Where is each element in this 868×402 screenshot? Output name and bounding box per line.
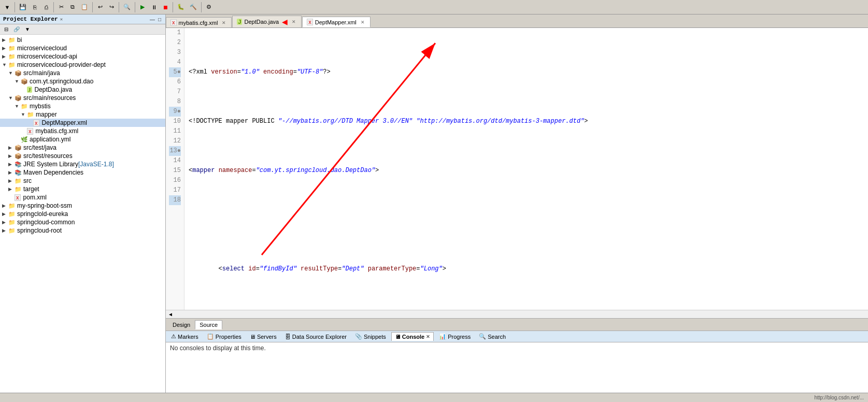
explorer-toolbar: ⊟ 🔗 ▼ — [0, 24, 165, 35]
tree-item-src[interactable]: ▶ 📁 src — [0, 177, 165, 185]
toolbar-undo-btn[interactable]: ↩ — [95, 2, 105, 13]
tab-deptmapper-xml[interactable]: x DeptMapper.xml ✕ — [302, 17, 371, 27]
toolbar-dropdown-btn[interactable]: ▼ — [2, 2, 12, 13]
code-lines[interactable]: <?xml version="1.0" encoding="UTF-8"?> <… — [184, 28, 868, 310]
tree-item-my-spring-boot-ssm[interactable]: ▶ 📁 my-spring-boot-ssm — [0, 202, 165, 210]
line-num-8: 8 — [169, 97, 181, 107]
tree-item-bi[interactable]: ▶ 📁 bi — [0, 36, 165, 44]
tree-item-springcloud-common[interactable]: ▶ 📁 springcloud-common — [0, 218, 165, 226]
markers-icon: ⚠ — [171, 333, 176, 340]
tree-item-src-test-resources[interactable]: ▶ 📦 src/test/resources — [0, 152, 165, 160]
console-label: Console — [402, 334, 424, 340]
console-message: No consoles to display at this time. — [170, 344, 266, 352]
tab-mybatis-cfg-close[interactable]: ✕ — [222, 20, 226, 25]
line-num-16: 16 — [169, 176, 181, 185]
code-editor[interactable]: 1 2 3 4 5● 6 7 8 9● 10 11 12 13● 14 — [166, 28, 868, 310]
console-tab-properties[interactable]: 📋 Properties — [204, 332, 245, 341]
line-num-10: 10 — [169, 117, 181, 126]
horizontal-scrollbar[interactable]: ◀ — [166, 310, 868, 318]
tab-deptmapper-label: DeptMapper.xml — [315, 19, 357, 25]
explorer-collapse-btn[interactable]: ⊟ — [2, 25, 10, 33]
toolbar-sep-6 — [173, 2, 173, 12]
tree-item-springcloud-root[interactable]: ▶ 📁 springcloud-root — [0, 226, 165, 235]
tree-item-src-main-java[interactable]: ▼ 📦 src/main/java — [0, 69, 165, 77]
tree-item-dao-package[interactable]: ▼ 📦 com.yt.springcloud.dao — [0, 77, 165, 85]
tree-item-target[interactable]: ▶ 📁 target — [0, 185, 165, 193]
bottom-editor-tabs: Design Source — [166, 318, 868, 331]
tab-deptdao-java[interactable]: J DeptDao.java ◀ ✕ — [232, 16, 302, 27]
search-icon: 🔍 — [479, 333, 486, 340]
toolbar-settings-btn[interactable]: ⚙ — [204, 2, 214, 13]
tab-deptdao-close[interactable]: ✕ — [292, 19, 296, 24]
line-num-14: 14 — [169, 156, 181, 166]
toolbar-search-btn[interactable]: 🔍 — [121, 2, 133, 13]
toolbar-copy-btn[interactable]: ⎘ — [30, 2, 40, 13]
toolbar-sep-7 — [201, 2, 202, 12]
line-num-13: 13● — [169, 146, 181, 156]
tree-item-jre-library[interactable]: ▶ 📚 JRE System Library [JavaSE-1.8] — [0, 160, 165, 168]
tree-item-provider-dept[interactable]: ▼ 📁 microservicecloud-provider-dept — [0, 61, 165, 69]
console-tab-console[interactable]: 🖥 Console ✕ — [391, 332, 434, 341]
mybatis-cfg-tab-icon: x — [170, 19, 177, 26]
toolbar-debug-btn[interactable]: 🐛 — [175, 2, 187, 13]
tree-item-microservicecloud[interactable]: ▶ 📁 microservicecloud — [0, 44, 165, 52]
tab-deptmapper-close[interactable]: ✕ — [361, 20, 365, 25]
code-line-4 — [189, 215, 864, 225]
tree-item-pom-xml[interactable]: ▶ x pom.xml — [0, 193, 165, 202]
progress-label: Progress — [448, 334, 471, 340]
console-panel: ⚠ Markers 📋 Properties 🖥 Servers 🗄 Data … — [166, 331, 868, 393]
toolbar-pause-btn[interactable]: ⏸ — [149, 2, 159, 13]
console-tab-markers[interactable]: ⚠ Markers — [168, 332, 202, 341]
editor-wrapper: 1 2 3 4 5● 6 7 8 9● 10 11 12 13● 14 — [166, 28, 868, 331]
tree-item-src-main-resources[interactable]: ▼ 📦 src/main/resources — [0, 94, 165, 102]
servers-label: Servers — [257, 334, 277, 340]
tree-item-mapper[interactable]: ▼ 📁 mapper — [0, 110, 165, 119]
tab-source[interactable]: Source — [195, 320, 222, 329]
line-num-11: 11 — [169, 126, 181, 136]
tree-item-mybatis-cfg[interactable]: ▶ x mybatis.cfg.xml — [0, 127, 165, 135]
scroll-left-btn[interactable]: ◀ — [168, 311, 173, 318]
toolbar-stop-btn[interactable]: ⏹ — [160, 2, 170, 13]
console-tab-datasource[interactable]: 🗄 Data Source Explorer — [282, 333, 350, 341]
console-icon: 🖥 — [395, 334, 401, 340]
line-num-1: 1 — [169, 28, 181, 38]
maximize-explorer-btn[interactable]: □ — [157, 17, 162, 22]
explorer-menu-btn[interactable]: ▼ — [23, 25, 32, 33]
line-num-17: 17 — [169, 185, 181, 195]
tree-item-mybstis[interactable]: ▼ 📁 mybstis — [0, 102, 165, 110]
tab-design[interactable]: Design — [168, 320, 195, 329]
main-toolbar: ▼ 💾 ⎘ ⎙ ✂ ⧉ 📋 ↩ ↪ 🔍 ▶ ⏸ ⏹ 🐛 🔨 ⚙ — [0, 0, 868, 15]
tree-item-maven-deps[interactable]: ▶ 📚 Maven Dependencies — [0, 168, 165, 177]
project-explorer-titlebar: Project Explorer ✕ — □ — [0, 15, 165, 24]
toolbar-redo-btn[interactable]: ↪ — [106, 2, 117, 13]
project-tree[interactable]: ▶ 📁 bi ▶ 📁 microservicecloud ▶ 📁 microse… — [0, 35, 165, 393]
console-tab-search[interactable]: 🔍 Search — [476, 332, 509, 341]
tab-mybatis-cfg[interactable]: x mybatis.cfg.xml ✕ — [166, 17, 232, 27]
console-tab-servers[interactable]: 🖥 Servers — [247, 333, 280, 341]
line-num-12: 12 — [169, 136, 181, 146]
tree-item-deptdao-java[interactable]: ▶ J DeptDao.java — [0, 85, 165, 94]
minimize-explorer-btn[interactable]: — — [149, 17, 156, 22]
line-num-18: 18 — [169, 195, 181, 205]
console-tab-progress[interactable]: 📊 Progress — [436, 332, 474, 341]
tree-item-deptmapper-xml[interactable]: ▶ x DeptMapper.xml — [0, 119, 165, 127]
toolbar-build-btn[interactable]: 🔨 — [188, 2, 199, 13]
tree-item-microservicecloud-api[interactable]: ▶ 📁 microservicecloud-api — [0, 52, 165, 61]
explorer-link-btn[interactable]: 🔗 — [11, 25, 22, 33]
toolbar-run-btn[interactable]: ▶ — [137, 2, 148, 13]
console-close-icon[interactable]: ✕ — [426, 334, 430, 339]
tree-item-application-yml[interactable]: ▶ 🌿 application.yml — [0, 135, 165, 143]
tree-item-src-test-java[interactable]: ▶ 📦 src/test/java — [0, 143, 165, 152]
line-num-3: 3 — [169, 48, 181, 58]
toolbar-print-btn[interactable]: ⎙ — [41, 2, 51, 13]
toolbar-save-btn[interactable]: 💾 — [17, 2, 29, 13]
tree-item-springclold-eureka[interactable]: ▶ 📁 springclold-eureka — [0, 210, 165, 218]
toolbar-paste-btn[interactable]: 📋 — [79, 2, 90, 13]
toolbar-duplicate-btn[interactable]: ⧉ — [67, 2, 78, 13]
snippets-icon: 📎 — [355, 333, 362, 340]
servers-icon: 🖥 — [250, 334, 255, 340]
project-explorer-marker: ✕ — [60, 17, 63, 22]
toolbar-cut-btn[interactable]: ✂ — [56, 2, 66, 13]
console-tab-snippets[interactable]: 📎 Snippets — [352, 332, 389, 341]
datasource-label: Data Source Explorer — [292, 334, 347, 340]
